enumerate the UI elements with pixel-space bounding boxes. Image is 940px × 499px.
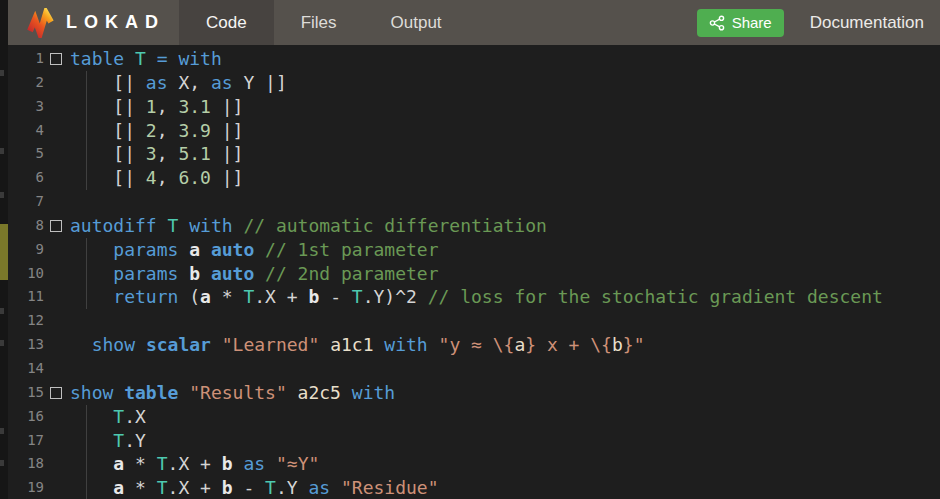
code-token: a2c5 [298, 382, 341, 403]
line-number: 5 [8, 142, 44, 166]
code-token: as [146, 72, 168, 93]
code-line[interactable]: 1table T = with [8, 47, 940, 71]
code-line[interactable]: 7 [8, 190, 940, 214]
fold-column [44, 142, 70, 166]
code-token [254, 263, 265, 284]
code-line[interactable]: 14 [8, 357, 940, 381]
code-token: 2 [146, 120, 157, 141]
fold-icon[interactable] [50, 387, 62, 399]
code-line[interactable]: 18 a * T.X + b as "≈Y" [8, 452, 940, 476]
tab-files[interactable]: Files [274, 0, 364, 45]
code-line[interactable]: 3 [| 1, 3.1 |] [8, 95, 940, 119]
code-token: T [113, 406, 124, 427]
line-number: 18 [8, 452, 44, 476]
code-token: 3 [146, 143, 157, 164]
code-token: b [222, 477, 233, 498]
line-number: 7 [8, 190, 44, 214]
code-text: [| as X, as Y |] [70, 71, 287, 95]
code-line[interactable]: 10 params b auto // 2nd parameter [8, 262, 940, 286]
code-token: params [113, 263, 189, 284]
code-line[interactable]: 2 [| as X, as Y |] [8, 71, 940, 95]
code-token [265, 453, 276, 474]
code-line[interactable]: 13 show scalar "Learned" a1c1 with "y ≈ … [8, 333, 940, 357]
code-token [374, 334, 385, 355]
code-token: T [113, 430, 124, 451]
code-token: scalar [146, 334, 211, 355]
lokad-logo[interactable]: LOKAD [26, 8, 165, 38]
code-lines-container: 1table T = with2 [| as X, as Y |]3 [| 1,… [8, 47, 940, 499]
code-text: return (a * T.X + b - T.Y)^2 // loss for… [70, 285, 883, 309]
code-token: } x + \{ [525, 334, 612, 355]
code-token: return [113, 286, 189, 307]
ruler-mark [0, 340, 4, 346]
ruler-mark [0, 308, 4, 314]
code-text: params a auto // 1st parameter [70, 238, 439, 262]
code-text: [| 4, 6.0 |] [70, 166, 243, 190]
code-token [178, 382, 189, 403]
code-token: [| [70, 120, 146, 141]
line-number: 8 [8, 214, 44, 238]
code-line[interactable]: 5 [| 3, 5.1 |] [8, 142, 940, 166]
fold-column [44, 95, 70, 119]
code-token: * [124, 477, 157, 498]
fold-column [44, 452, 70, 476]
code-token [341, 382, 352, 403]
top-navigation-bar: LOKAD Code Files Output [8, 0, 940, 45]
code-line[interactable]: 19 a * T.X + b - T.Y as "Residue" [8, 476, 940, 499]
fold-column [44, 47, 70, 71]
code-line[interactable]: 9 params a auto // 1st parameter [8, 238, 940, 262]
tab-output[interactable]: Output [364, 0, 469, 45]
fold-icon[interactable] [50, 220, 62, 232]
code-token: T [265, 477, 276, 498]
fold-column [44, 190, 70, 214]
documentation-link[interactable]: Documentation [810, 13, 924, 33]
code-token: .X + [254, 286, 308, 307]
tab-code[interactable]: Code [179, 0, 274, 45]
code-token: = with [146, 48, 222, 69]
code-token: , [157, 143, 179, 164]
code-editor[interactable]: 1table T = with2 [| as X, as Y |]3 [| 1,… [8, 45, 940, 499]
code-token: a [113, 453, 124, 474]
code-token: auto [211, 263, 254, 284]
code-token [70, 406, 113, 427]
code-line[interactable]: 8autodiff T with // automatic differenti… [8, 214, 940, 238]
code-token: X, [168, 72, 211, 93]
share-icon [709, 15, 725, 31]
fold-column [44, 309, 70, 333]
code-line[interactable]: 16 T.X [8, 405, 940, 429]
code-line[interactable]: 15show table "Results" a2c5 with [8, 381, 940, 405]
share-button[interactable]: Share [697, 9, 784, 37]
code-token: .X [124, 406, 146, 427]
code-line[interactable]: 4 [| 2, 3.9 |] [8, 119, 940, 143]
code-token: b [612, 334, 623, 355]
line-number: 16 [8, 405, 44, 429]
ruler-mark [0, 224, 8, 280]
code-token: auto [211, 239, 254, 260]
fold-column [44, 71, 70, 95]
code-line[interactable]: 6 [| 4, 6.0 |] [8, 166, 940, 190]
code-token: a [113, 477, 124, 498]
lokad-logo-icon [26, 8, 56, 38]
fold-icon[interactable] [50, 53, 62, 65]
code-token: , [157, 120, 179, 141]
code-token: // automatic differentiation [243, 215, 546, 236]
code-token: * [124, 453, 157, 474]
line-number: 19 [8, 476, 44, 499]
code-token: b [189, 263, 200, 284]
code-text: show table "Results" a2c5 with [70, 381, 395, 405]
code-token: |] [211, 96, 244, 117]
code-token [200, 263, 211, 284]
code-line[interactable]: 17 T.Y [8, 429, 940, 453]
fold-column [44, 214, 70, 238]
fold-column [44, 238, 70, 262]
code-token: [| [70, 143, 146, 164]
fold-column [44, 119, 70, 143]
tab-output-label: Output [391, 13, 442, 33]
fold-column [44, 262, 70, 286]
code-token [70, 334, 92, 355]
ruler-mark [0, 70, 4, 76]
code-line[interactable]: 11 return (a * T.X + b - T.Y)^2 // loss … [8, 285, 940, 309]
code-line[interactable]: 12 [8, 309, 940, 333]
code-token: a1c1 [330, 334, 373, 355]
code-text: a * T.X + b - T.Y as "Residue" [70, 476, 439, 499]
